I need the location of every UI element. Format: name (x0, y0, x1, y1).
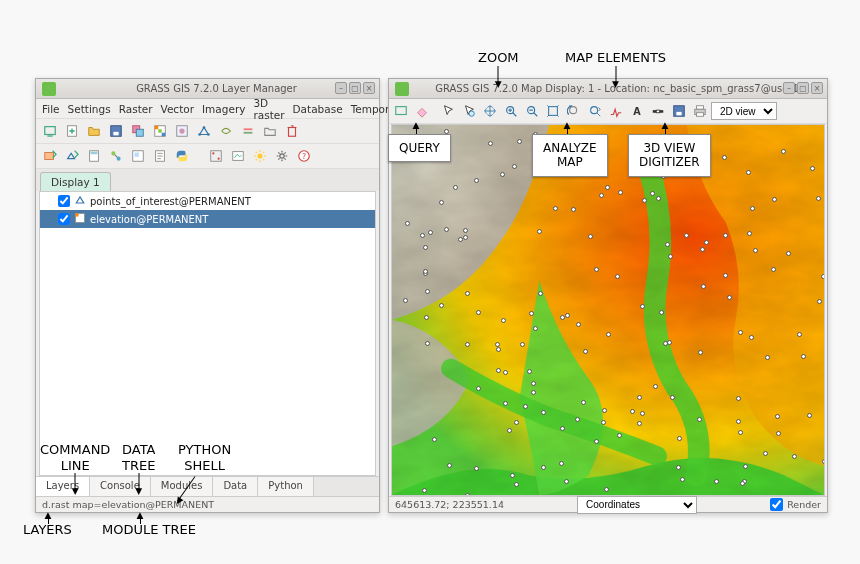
zoom-extent-icon[interactable] (543, 101, 563, 121)
add-scalebar-icon[interactable] (648, 101, 668, 121)
workspace-new-icon[interactable] (62, 121, 82, 141)
menu-vector[interactable]: Vector (161, 103, 194, 115)
add-vector-misc-icon[interactable] (216, 121, 236, 141)
print-icon[interactable] (690, 101, 710, 121)
zoom-menu-icon[interactable] (585, 101, 605, 121)
zoom-in-icon[interactable] (501, 101, 521, 121)
tab-python[interactable]: Python (258, 477, 314, 496)
layer-row-elevation[interactable]: elevation@PERMANENT (40, 210, 375, 228)
remove-layer-icon[interactable] (282, 121, 302, 141)
add-raster-icon[interactable] (150, 121, 170, 141)
pointer-icon[interactable] (438, 101, 458, 121)
close-button[interactable]: × (811, 82, 823, 94)
map-display-titlebar[interactable]: GRASS GIS 7.2.0 Map Display: 1 - Locatio… (389, 79, 827, 99)
point-marker (465, 342, 470, 347)
render-checkbox[interactable] (770, 498, 783, 511)
tab-layers[interactable]: Layers (36, 477, 90, 496)
window-title: GRASS GIS 7.2.0 Layer Manager (60, 83, 373, 94)
render-map-icon[interactable] (391, 101, 411, 121)
map-canvas[interactable] (391, 124, 825, 496)
svg-point-43 (591, 107, 598, 114)
point-marker (476, 310, 481, 315)
tab-data[interactable]: Data (213, 477, 258, 496)
annotation-map-elements: MAP ELEMENTS (565, 50, 666, 66)
menu-file[interactable]: File (42, 103, 60, 115)
layer-row-points[interactable]: points_of_interest@PERMANENT (40, 192, 375, 210)
raster-calc-icon[interactable] (84, 146, 104, 166)
status-mode-select[interactable]: Coordinates (577, 496, 697, 514)
add-text-icon[interactable]: A (627, 101, 647, 121)
zoom-last-icon[interactable] (564, 101, 584, 121)
point-marker (576, 322, 581, 327)
annotation-layers: LAYERS (23, 522, 72, 538)
add-group-icon[interactable] (260, 121, 280, 141)
analyze-icon[interactable] (606, 101, 626, 121)
point-marker (630, 409, 635, 414)
point-marker (425, 289, 430, 294)
workspace-open-icon[interactable] (84, 121, 104, 141)
layer-checkbox[interactable] (58, 195, 70, 207)
layer-manager-titlebar[interactable]: GRASS GIS 7.2.0 Layer Manager – ▢ × (36, 79, 379, 99)
point-marker (533, 326, 538, 331)
cartographic-icon[interactable] (228, 146, 248, 166)
svg-rect-0 (45, 127, 56, 135)
menu-database[interactable]: Database (293, 103, 343, 115)
georectify-icon[interactable] (206, 146, 226, 166)
new-display-icon[interactable] (40, 121, 60, 141)
maximize-button[interactable]: ▢ (797, 82, 809, 94)
tab-console[interactable]: Console (90, 477, 151, 496)
save-image-icon[interactable] (669, 101, 689, 121)
pan-icon[interactable] (480, 101, 500, 121)
point-marker (447, 463, 452, 468)
add-raster-misc-icon[interactable] (172, 121, 192, 141)
point-marker (723, 233, 728, 238)
workspace-save-icon[interactable] (106, 121, 126, 141)
point-marker (792, 454, 797, 459)
maximize-button[interactable]: ▢ (349, 82, 361, 94)
script-icon[interactable] (150, 146, 170, 166)
close-button[interactable]: × (363, 82, 375, 94)
point-marker (797, 332, 802, 337)
python-icon[interactable] (172, 146, 192, 166)
svg-rect-36 (76, 214, 79, 217)
add-multiple-icon[interactable] (128, 121, 148, 141)
menu-3draster[interactable]: 3D raster (253, 97, 284, 121)
point-marker (523, 404, 528, 409)
point-marker (425, 341, 430, 346)
import-raster-icon[interactable] (40, 146, 60, 166)
composer-icon[interactable] (128, 146, 148, 166)
layer-list[interactable]: points_of_interest@PERMANENT elevation@P… (39, 191, 376, 476)
point-marker (496, 347, 501, 352)
point-marker (559, 461, 564, 466)
svg-point-42 (570, 107, 577, 114)
menu-raster[interactable]: Raster (119, 103, 153, 115)
import-vector-icon[interactable] (62, 146, 82, 166)
add-overlay-icon[interactable] (238, 121, 258, 141)
point-marker (618, 190, 623, 195)
settings-icon[interactable] (272, 146, 292, 166)
add-vector-icon[interactable] (194, 121, 214, 141)
minimize-button[interactable]: – (335, 82, 347, 94)
point-marker (786, 251, 791, 256)
display-tab-1[interactable]: Display 1 (40, 172, 111, 191)
menu-settings[interactable]: Settings (68, 103, 111, 115)
minimize-button[interactable]: – (783, 82, 795, 94)
menu-imagery[interactable]: Imagery (202, 103, 245, 115)
point-marker (500, 172, 505, 177)
layer-checkbox[interactable] (58, 213, 70, 225)
query-icon[interactable] (459, 101, 479, 121)
layer-manager-bottom-tabs: Layers Console Modules Data Python (36, 476, 379, 496)
svg-rect-41 (549, 107, 558, 116)
point-marker (736, 419, 741, 424)
point-marker (807, 413, 812, 418)
point-marker (463, 228, 468, 233)
view-mode-select[interactable]: 2D view (711, 102, 777, 120)
point-marker (422, 488, 427, 493)
sun-icon[interactable] (250, 146, 270, 166)
zoom-out-icon[interactable] (522, 101, 542, 121)
point-marker (817, 299, 822, 304)
help-icon[interactable]: ? (294, 146, 314, 166)
modeler-icon[interactable] (106, 146, 126, 166)
erase-icon[interactable] (412, 101, 432, 121)
point-marker (560, 315, 565, 320)
